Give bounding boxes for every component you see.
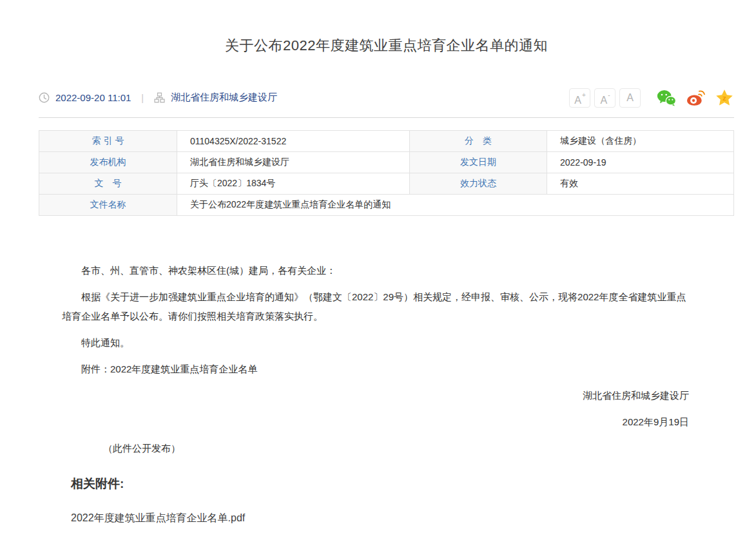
closing-line: 特此通知。 (62, 333, 689, 352)
main-paragraph: 根据《关于进一步加强建筑业重点企业培育的通知》（鄂建文〔2022〕29号）相关规… (62, 287, 689, 326)
info-value-issuing-agency: 湖北省住房和城乡建设厅 (177, 152, 410, 173)
clock-icon (39, 92, 50, 103)
salutation: 各市、州、直管市、神农架林区住(城）建局，各有关企业： (62, 261, 689, 280)
wechat-icon[interactable] (657, 89, 676, 107)
meta-info: 2022-09-20 11:01 | 湖北省住房和城乡建设厅 (39, 92, 277, 104)
attachments-section: 相关附件: 2022年度建筑业重点培育企业名单.pdf (39, 475, 734, 526)
divider (39, 117, 734, 118)
font-increase-button[interactable]: A+ (569, 88, 590, 108)
attachment-line: 附件：2022年度建筑业重点培育企业名单 (62, 360, 689, 379)
toolbar: A+ A- A (565, 88, 734, 108)
font-reset-button[interactable]: A (619, 88, 641, 108)
info-label-validity-status: 效力状态 (410, 173, 547, 195)
info-label-issue-date: 发文日期 (410, 152, 547, 173)
info-label-doc-number: 文 号 (39, 173, 177, 195)
info-value-issue-date: 2022-09-19 (547, 152, 734, 173)
weibo-icon[interactable] (686, 89, 705, 107)
document-page: 关于公布2022年度建筑业重点培育企业名单的通知 2022-09-20 11:0… (39, 0, 734, 526)
signature-org: 湖北省住房和城乡建设厅 (62, 386, 689, 405)
sitemap-icon (154, 92, 165, 103)
info-label-index-number: 索 引 号 (39, 131, 177, 152)
info-value-index-number: 01104325X/2022-31522 (177, 131, 410, 152)
table-row: 发布机构 湖北省住房和城乡建设厅 发文日期 2022-09-19 (39, 152, 734, 173)
qzone-star-icon[interactable]: z (715, 89, 734, 107)
attachment-pdf-link[interactable]: 2022年度建筑业重点培育企业名单.pdf (71, 510, 245, 526)
info-label-issuing-agency: 发布机构 (39, 152, 177, 173)
info-value-validity-status: 有效 (547, 173, 734, 195)
attachments-heading: 相关附件: (71, 475, 734, 493)
font-decrease-button[interactable]: A- (594, 88, 615, 108)
info-value-file-name: 关于公布2022年度建筑业重点培育企业名单的通知 (177, 195, 734, 216)
article-body: 各市、州、直管市、神农架林区住(城）建局，各有关企业： 根据《关于进一步加强建筑… (39, 261, 734, 458)
info-value-category: 城乡建设（含住房） (547, 131, 734, 152)
publish-note: （此件公开发布） (62, 439, 689, 458)
meta-bar: 2022-09-20 11:01 | 湖北省住房和城乡建设厅 A+ A- A (39, 88, 734, 108)
info-label-file-name: 文件名称 (39, 195, 177, 216)
svg-text:z: z (722, 93, 726, 102)
signature-date: 2022年9月19日 (62, 412, 689, 432)
table-row: 文 号 厅头〔2022〕1834号 效力状态 有效 (39, 173, 734, 195)
publish-time: 2022-09-20 11:01 (55, 92, 131, 103)
info-label-category: 分 类 (410, 131, 547, 152)
meta-separator: | (141, 93, 144, 103)
source-department[interactable]: 湖北省住房和城乡建设厅 (171, 92, 277, 104)
info-value-doc-number: 厅头〔2022〕1834号 (177, 173, 410, 195)
table-row: 索 引 号 01104325X/2022-31522 分 类 城乡建设（含住房） (39, 131, 734, 152)
page-title: 关于公布2022年度建筑业重点培育企业名单的通知 (39, 36, 734, 55)
document-info-table: 索 引 号 01104325X/2022-31522 分 类 城乡建设（含住房）… (39, 130, 734, 216)
table-row: 文件名称 关于公布2022年度建筑业重点培育企业名单的通知 (39, 195, 734, 216)
